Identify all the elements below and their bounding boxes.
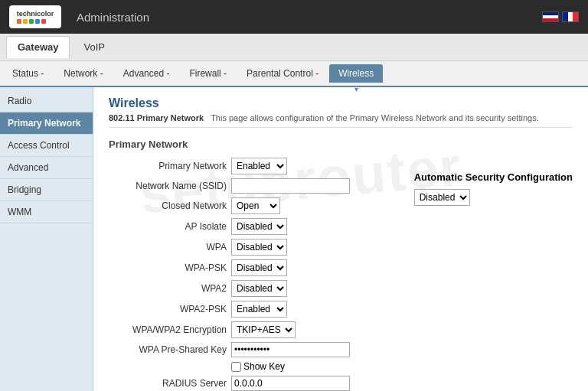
label-wpa2-psk: WPA2-PSK: [109, 304, 231, 314]
select-wpa-psk[interactable]: Disabled Enabled: [231, 259, 287, 276]
nav2-firewall[interactable]: Firewall -: [180, 64, 236, 83]
flag-fr[interactable]: [562, 11, 579, 22]
form-aside: Automatic Security Configuration Disable…: [414, 158, 573, 391]
row-primary-network: Primary Network Enabled Disabled: [109, 158, 399, 174]
nav2: Status - Network - Advanced - Firewall -…: [0, 61, 588, 87]
input-radius-server[interactable]: [231, 376, 350, 391]
row-wpa2-psk: WPA2-PSK Enabled Disabled: [109, 301, 399, 318]
nav2-wireless[interactable]: Wireless: [329, 64, 383, 83]
breadcrumb-text: This page allows configuration of the Pr…: [211, 113, 539, 122]
stripe4: [35, 19, 40, 24]
select-wpa2[interactable]: Disabled Enabled: [231, 280, 287, 297]
label-primary-network: Primary Network: [109, 161, 231, 171]
form-main: Primary Network Enabled Disabled Network…: [109, 158, 399, 391]
input-ssid[interactable]: [231, 178, 350, 194]
section-title: Primary Network: [109, 138, 573, 150]
stripe1: [17, 19, 21, 24]
top-bar: technicolor Administration: [0, 0, 588, 34]
sidebar-item-access-control[interactable]: Access Control: [0, 135, 93, 157]
row-wpa: WPA Disabled Enabled: [109, 239, 399, 256]
sidebar-item-advanced[interactable]: Advanced: [0, 157, 93, 179]
nav1: Gateway VoIP: [0, 34, 588, 61]
form-with-aside: Primary Network Enabled Disabled Network…: [109, 158, 573, 391]
nav1-gateway[interactable]: Gateway: [6, 36, 70, 58]
select-wpa2-psk[interactable]: Enabled Disabled: [231, 301, 287, 318]
row-wpa-psk: WPA-PSK Disabled Enabled: [109, 259, 399, 276]
logo-text: technicolor: [17, 10, 54, 18]
breadcrumb-section: 802.11 Primary Network: [109, 113, 204, 122]
flag-uk[interactable]: [542, 11, 559, 22]
row-ap-isolate: AP Isolate Disabled Enabled: [109, 218, 399, 235]
sidebar-item-radio[interactable]: Radio: [0, 90, 93, 112]
logo-stripes: [17, 19, 54, 24]
main-layout: Radio Primary Network Access Control Adv…: [0, 87, 588, 391]
label-wpa: WPA: [109, 242, 231, 253]
nav2-network[interactable]: Network -: [54, 64, 112, 83]
label-ap-isolate: AP Isolate: [109, 221, 231, 232]
row-wpa2: WPA2 Disabled Enabled: [109, 280, 399, 297]
auto-security-title: Automatic Security Configuration: [414, 171, 573, 183]
content-inner: Wireless 802.11 Primary Network This pag…: [109, 96, 573, 391]
page-title: Wireless: [109, 96, 573, 110]
sidebar-item-primary-network[interactable]: Primary Network: [0, 112, 93, 135]
stripe3: [29, 19, 34, 24]
flag-area: [542, 11, 579, 22]
select-primary-network[interactable]: Enabled Disabled: [231, 158, 287, 174]
select-encryption[interactable]: TKIP+AES TKIP AES: [231, 321, 296, 338]
stripe5: [41, 19, 46, 24]
content-area: setuprouter Wireless 802.11 Primary Netw…: [93, 87, 588, 391]
select-wpa[interactable]: Disabled Enabled: [231, 239, 287, 256]
breadcrumb: 802.11 Primary Network This page allows …: [109, 113, 573, 128]
label-psk: WPA Pre-Shared Key: [109, 344, 231, 355]
label-wpa2: WPA2: [109, 283, 231, 294]
label-wpa-psk: WPA-PSK: [109, 262, 231, 273]
input-psk[interactable]: [231, 342, 350, 357]
nav2-status[interactable]: Status -: [3, 64, 53, 83]
sidebar-item-wmm[interactable]: WMM: [0, 201, 93, 223]
select-auto-security[interactable]: Disabled Enabled: [414, 189, 470, 206]
sidebar-item-bridging[interactable]: Bridging: [0, 179, 93, 201]
label-ssid: Network Name (SSID): [109, 181, 231, 191]
row-psk: WPA Pre-Shared Key: [109, 342, 399, 357]
select-closed-network[interactable]: Open Closed: [231, 197, 280, 214]
nav1-voip[interactable]: VoIP: [73, 37, 115, 57]
stripe2: [23, 19, 28, 24]
row-radius-server: RADIUS Server: [109, 376, 399, 391]
logo-area: technicolor: [9, 5, 61, 28]
row-encryption: WPA/WPA2 Encryption TKIP+AES TKIP AES: [109, 321, 399, 338]
label-closed-network: Closed Network: [109, 200, 231, 211]
row-closed-network: Closed Network Open Closed: [109, 197, 399, 214]
logo: technicolor: [9, 5, 61, 28]
sidebar: Radio Primary Network Access Control Adv…: [0, 87, 93, 391]
label-radius-server: RADIUS Server: [109, 378, 231, 389]
nav2-parental[interactable]: Parental Control -: [237, 64, 328, 83]
label-show-key: Show Key: [243, 361, 285, 372]
select-ap-isolate[interactable]: Disabled Enabled: [231, 218, 287, 235]
label-encryption: WPA/WPA2 Encryption: [109, 324, 231, 335]
row-ssid: Network Name (SSID): [109, 178, 399, 194]
checkbox-show-key[interactable]: [231, 362, 241, 372]
admin-title: Administration: [77, 11, 149, 24]
row-show-key: Show Key: [109, 361, 399, 372]
nav2-advanced[interactable]: Advanced -: [114, 64, 179, 83]
